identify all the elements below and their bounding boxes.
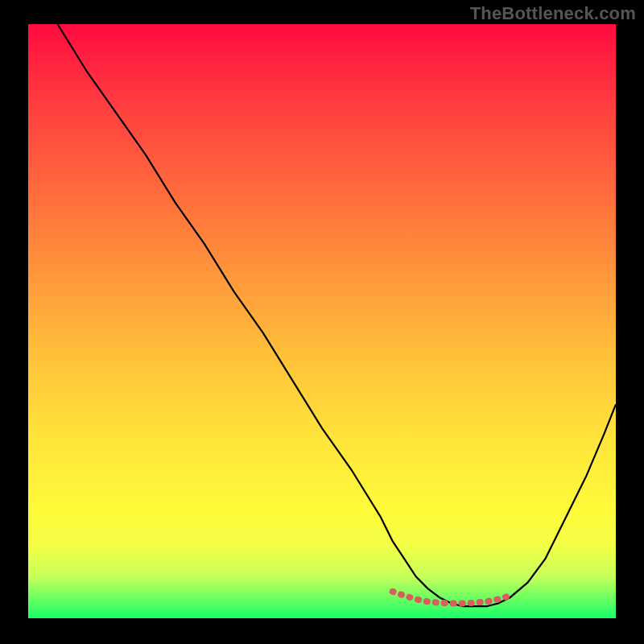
bottleneck-curve [58, 24, 617, 606]
attribution-watermark: TheBottleneck.com [470, 3, 636, 24]
chart-svg [28, 24, 616, 618]
chart-frame: TheBottleneck.com [0, 0, 644, 644]
optimal-band [393, 592, 510, 604]
plot-area [28, 24, 616, 618]
